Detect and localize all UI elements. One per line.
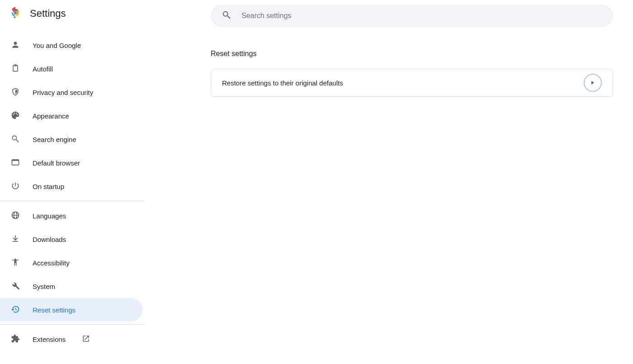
sidebar-item-autofill[interactable]: Autofill <box>0 57 145 80</box>
accessibility-icon <box>11 258 20 268</box>
header: Settings <box>0 6 145 33</box>
sidebar-item-search-engine[interactable]: Search engine <box>0 128 145 151</box>
globe-icon <box>11 211 20 221</box>
sidebar-item-label: You and Google <box>33 42 81 49</box>
sidebar-item-label: Autofill <box>33 65 53 73</box>
settings-card: Restore settings to their original defau… <box>211 69 613 97</box>
sidebar-item-downloads[interactable]: Downloads <box>0 227 145 251</box>
sidebar-item-languages[interactable]: Languages <box>0 204 145 227</box>
sidebar-item-extensions[interactable]: Extensions <box>0 327 145 351</box>
sidebar-item-label: Appearance <box>33 112 69 120</box>
extension-icon <box>11 334 20 345</box>
reset-icon <box>11 305 20 315</box>
browser-icon <box>11 158 20 168</box>
sidebar-item-label: Downloads <box>33 236 66 243</box>
main-content: Reset settings Restore settings to their… <box>145 0 633 364</box>
restore-defaults-row[interactable]: Restore settings to their original defau… <box>222 69 602 96</box>
restore-defaults-label: Restore settings to their original defau… <box>222 79 343 87</box>
arrow-right-icon[interactable] <box>584 74 602 92</box>
sidebar-item-label: Search engine <box>33 136 76 143</box>
shield-icon <box>11 87 20 98</box>
chrome-logo-icon <box>9 6 22 21</box>
sidebar-item-appearance[interactable]: Appearance <box>0 104 145 128</box>
search-icon <box>222 10 231 22</box>
download-icon <box>11 234 20 245</box>
sidebar-item-reset-settings[interactable]: Reset settings <box>0 298 143 321</box>
sidebar-item-system[interactable]: System <box>0 274 145 298</box>
sidebar-item-on-startup[interactable]: On startup <box>0 175 145 198</box>
search-bar[interactable] <box>211 5 613 27</box>
sidebar-item-label: Reset settings <box>33 306 76 314</box>
sidebar-item-label: Languages <box>33 212 66 220</box>
nav-list: You and GoogleAutofillPrivacy and securi… <box>0 33 145 351</box>
sidebar: Settings You and GoogleAutofillPrivacy a… <box>0 0 145 364</box>
sidebar-item-label: On startup <box>33 183 64 190</box>
nav-divider <box>0 324 145 325</box>
sidebar-item-accessibility[interactable]: Accessibility <box>0 251 145 274</box>
open-in-new-icon <box>78 335 90 344</box>
sidebar-item-label: Extensions <box>33 336 66 343</box>
sidebar-item-label: System <box>33 283 55 290</box>
sidebar-item-label: Default browser <box>33 159 80 167</box>
person-icon <box>11 40 20 51</box>
sidebar-item-default-browser[interactable]: Default browser <box>0 151 145 175</box>
page-title: Settings <box>30 8 66 19</box>
search-input[interactable] <box>241 12 602 20</box>
wrench-icon <box>11 281 20 292</box>
palette-icon <box>11 111 20 121</box>
search-icon <box>11 134 20 145</box>
sidebar-item-label: Privacy and security <box>33 89 93 96</box>
sidebar-item-privacy-and-security[interactable]: Privacy and security <box>0 80 145 104</box>
svg-point-2 <box>14 11 17 14</box>
sidebar-item-you-and-google[interactable]: You and Google <box>0 33 145 57</box>
section-title: Reset settings <box>211 50 613 58</box>
sidebar-item-label: Accessibility <box>33 259 70 267</box>
power-icon <box>11 181 20 192</box>
clipboard-icon <box>11 64 20 74</box>
nav-divider <box>0 201 145 201</box>
